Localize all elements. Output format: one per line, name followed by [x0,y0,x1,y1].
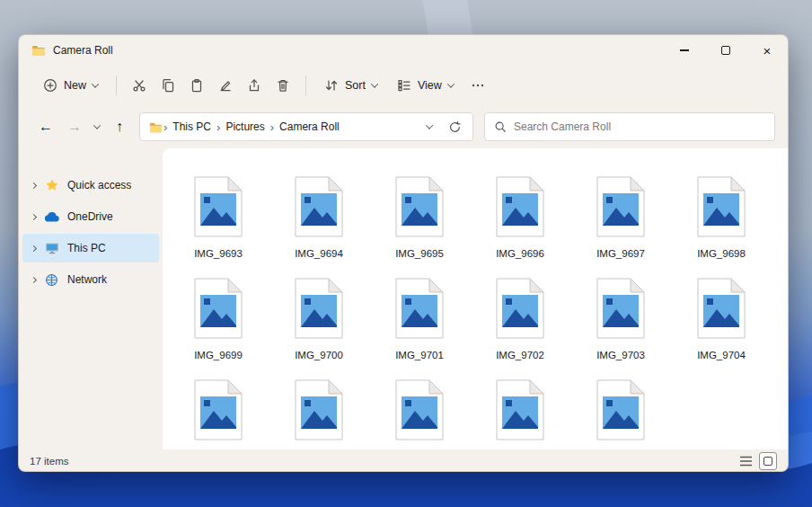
new-button[interactable]: New [33,72,108,99]
share-icon [247,78,261,93]
sort-button-label: Sort [345,79,366,92]
file-item[interactable] [369,379,470,449]
delete-button[interactable] [269,71,297,100]
file-list-area[interactable]: IMG_9693 IMG_9694 IMG_9695 IMG_9696 [163,148,788,449]
image-file-icon [496,379,544,440]
image-file-icon [496,176,544,237]
sidebar-item-onedrive[interactable]: OneDrive [22,202,159,231]
refresh-button[interactable] [448,120,462,134]
chevron-down-icon [426,121,433,129]
details-view-button[interactable] [739,456,753,467]
up-button[interactable]: ↑ [105,112,134,141]
image-file-icon [596,278,645,339]
recent-locations-button[interactable] [89,112,105,141]
plus-circle-icon [43,78,57,93]
file-name: IMG_9699 [194,349,243,361]
globe-icon [44,272,59,288]
star-icon [44,178,59,193]
desktop: Camera Roll × New [0,0,812,507]
sidebar-item-this-pc[interactable]: This PC [22,234,159,262]
image-file-icon [295,278,343,339]
file-item[interactable]: IMG_9694 [269,176,369,278]
file-item[interactable]: IMG_9698 [671,176,772,278]
minimize-button[interactable] [664,35,705,66]
rename-button[interactable] [211,71,240,100]
search-icon [494,120,507,133]
large-icons-view-button[interactable] [759,452,777,470]
image-file-icon [295,379,343,440]
view-button-label: View [418,79,442,92]
file-name: IMG_9696 [496,247,544,260]
sidebar: Quick access OneDrive [19,148,163,449]
file-item[interactable] [470,379,570,449]
statusbar-view-toggles [739,452,777,470]
view-icon [397,78,411,93]
share-button[interactable] [240,71,269,100]
file-item[interactable] [168,379,269,449]
trash-icon [276,78,290,93]
file-item[interactable]: IMG_9697 [570,176,671,278]
file-name: IMG_9694 [295,247,343,260]
breadcrumb-this-pc[interactable]: This PC [168,120,216,133]
close-button[interactable]: × [746,35,788,66]
breadcrumb-pictures[interactable]: Pictures [221,120,269,133]
sidebar-item-label: OneDrive [67,210,113,223]
sidebar-item-label: Quick access [67,179,131,191]
file-item[interactable]: IMG_9701 [369,278,470,379]
image-file-icon [596,176,645,237]
maximize-button[interactable] [705,35,746,66]
file-item[interactable]: IMG_9693 [168,176,269,278]
file-item[interactable]: IMG_9700 [269,278,369,379]
monitor-icon [44,241,59,256]
search-input[interactable] [514,120,765,133]
chevron-right-icon [31,182,37,188]
toolbar-separator [116,76,117,95]
file-name: IMG_9698 [697,247,746,260]
address-bar-actions [423,112,463,141]
list-view-icon [739,456,753,467]
see-more-button[interactable] [463,71,492,100]
maximize-icon [721,46,730,55]
file-item[interactable]: IMG_9699 [168,278,269,379]
rename-icon [218,78,233,93]
copy-icon [161,78,175,93]
breadcrumb-camera-roll[interactable]: Camera Roll [275,120,344,133]
ellipsis-icon [471,78,485,93]
file-item[interactable]: IMG_9702 [470,278,570,379]
search-box [484,112,775,141]
address-dropdown-button[interactable] [423,112,436,141]
forward-button[interactable]: → [60,112,89,141]
item-count: 17 items [30,456,68,467]
back-button[interactable]: ← [31,112,60,141]
refresh-icon [448,120,462,134]
address-bar[interactable]: › This PC › Pictures › Camera Roll [139,112,473,141]
new-button-label: New [64,79,86,92]
view-button[interactable]: View [387,72,463,99]
file-name: IMG_9700 [295,349,343,361]
chevron-down-icon [447,80,455,87]
sort-button[interactable]: Sort [314,72,387,99]
paste-button[interactable] [182,71,211,100]
file-item[interactable]: IMG_9696 [470,176,570,278]
image-file-icon [194,278,243,339]
chevron-down-icon [371,80,378,87]
chevron-down-icon [92,80,99,87]
status-bar: 17 items [19,449,788,472]
file-item[interactable]: IMG_9695 [369,176,470,278]
image-file-icon [395,278,444,339]
file-item[interactable]: IMG_9704 [671,278,772,379]
copy-button[interactable] [154,71,182,100]
file-item[interactable] [269,379,369,449]
chevron-right-icon [31,213,37,219]
file-item[interactable]: IMG_9703 [570,278,671,379]
sidebar-item-label: Network [67,273,107,286]
cut-button[interactable] [125,71,154,100]
image-file-icon [295,176,343,237]
sidebar-item-network[interactable]: Network [22,265,159,294]
cloud-icon [44,209,59,225]
file-name: IMG_9701 [395,349,444,361]
file-name: IMG_9693 [194,247,243,260]
sidebar-item-quick-access[interactable]: Quick access [22,171,159,200]
file-item[interactable] [570,379,671,449]
chevron-down-icon [93,121,101,129]
